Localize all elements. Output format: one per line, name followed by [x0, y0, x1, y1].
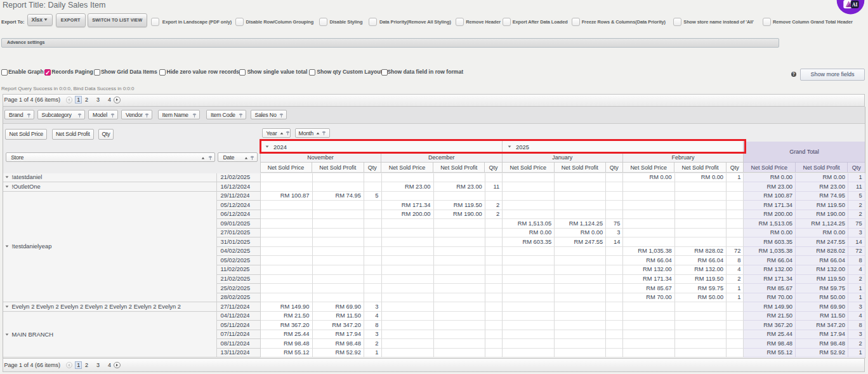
svg-text:AI: AI	[852, 2, 857, 8]
